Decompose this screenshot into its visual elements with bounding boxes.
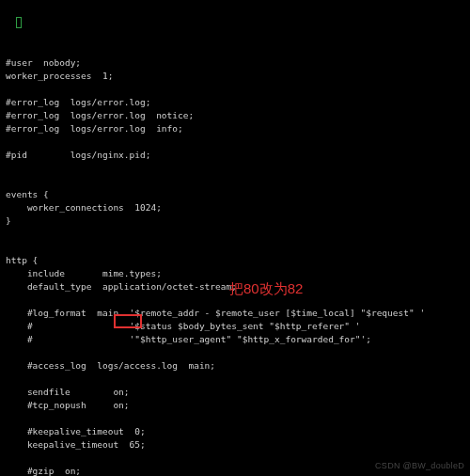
code-line: # '"$http_user_agent" "$http_x_forwarded… (6, 333, 464, 346)
code-line: #error_log logs/error.log; (6, 96, 464, 109)
code-line: events { (6, 188, 464, 201)
cursor (16, 17, 22, 28)
code-line (6, 162, 464, 175)
code-line (6, 346, 464, 359)
code-line: http { (6, 254, 464, 267)
code-line: #user nobody; (6, 56, 464, 70)
code-line: include mime.types; (6, 267, 464, 280)
code-line: } (6, 214, 464, 228)
code-line: # '$status $body_bytes_sent "$http_refer… (6, 320, 464, 333)
code-line (6, 135, 464, 149)
code-line: #tcp_nopush on; (6, 399, 464, 412)
code-line (6, 241, 464, 254)
code-line (6, 412, 464, 425)
code-line (6, 294, 464, 307)
watermark: CSDN @BW_doubleD (375, 459, 464, 472)
code-line (6, 373, 464, 386)
code-line: sendfile on; (6, 386, 464, 399)
code-line: default_type application/octet-stream; (6, 280, 464, 294)
code-line (6, 175, 464, 188)
code-line (6, 228, 464, 241)
code-line: keepalive_timeout 65; (6, 438, 464, 452)
terminal-view[interactable]: #user nobody;worker_processes 1;#error_l… (0, 0, 470, 476)
code-line: worker_processes 1; (6, 70, 464, 83)
code-line: #access_log logs/access.log main; (6, 359, 464, 373)
code-line: #keepalive_timeout 0; (6, 425, 464, 438)
config-file-content: #user nobody;worker_processes 1;#error_l… (6, 56, 464, 476)
code-line (6, 83, 464, 96)
code-line: #log_format main '$remote_addr - $remote… (6, 307, 464, 320)
code-line: #error_log logs/error.log info; (6, 122, 464, 135)
code-line: #error_log logs/error.log notice; (6, 109, 464, 122)
code-line: #pid logs/nginx.pid; (6, 149, 464, 162)
code-line: worker_connections 1024; (6, 201, 464, 214)
